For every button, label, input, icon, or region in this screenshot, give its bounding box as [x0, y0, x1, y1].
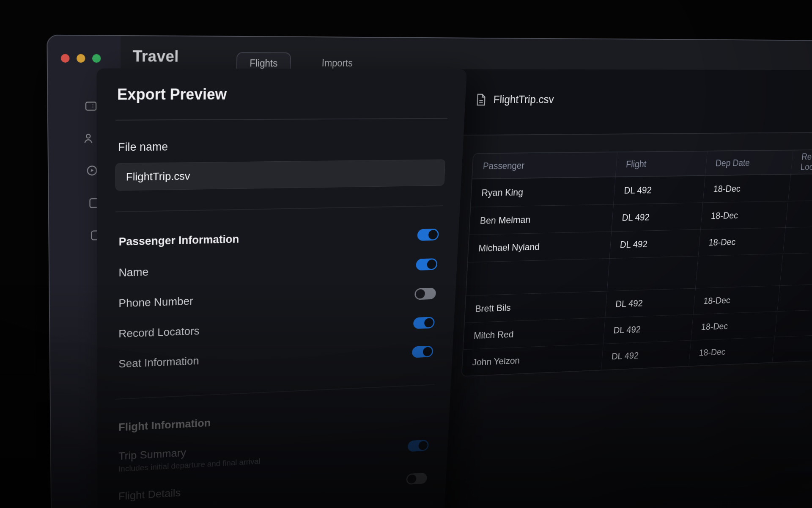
flight-options: Flight Information Trip Summary Includes… [115, 398, 434, 508]
tab-imports[interactable]: Imports [321, 58, 353, 69]
cell-dep-date: 18-Dec [703, 175, 791, 203]
modal-title: Export Preview [117, 86, 449, 104]
cell-dep-date: 18-Dec [701, 202, 788, 229]
seat-information-toggle[interactable] [412, 346, 433, 358]
option-label: Seat Information [118, 355, 199, 370]
cell-record-locator [780, 252, 812, 285]
page-title: Travel [133, 47, 179, 66]
passenger-information-toggle[interactable] [417, 229, 439, 241]
cell-dep-date: 18-Dec [691, 312, 777, 340]
cell-record-locator [777, 284, 812, 312]
passenger-options: Passenger Information Name Phone Number … [115, 220, 442, 379]
travelers-icon[interactable] [83, 132, 96, 145]
cell-flight [607, 256, 699, 291]
option-label: Phone Number [118, 295, 193, 310]
column-header-record-locator: Record Locator [791, 150, 812, 175]
window-controls [61, 54, 101, 63]
file-preview-body: Passenger Flight Dep Date Record Locator… [432, 133, 812, 508]
cell-flight: DL 492 [610, 230, 701, 259]
file-icon [475, 93, 487, 107]
trip-summary-toggle[interactable] [408, 440, 429, 452]
option-label: Flight Information [118, 417, 211, 433]
cell-record-locator [772, 335, 812, 362]
phone-number-toggle[interactable] [414, 288, 436, 300]
cell-flight: DL 492 [604, 315, 694, 344]
file-name-label: File name [118, 138, 447, 154]
column-header-passenger: Passenger [472, 152, 617, 179]
name-toggle[interactable] [416, 258, 438, 271]
flight-details-toggle[interactable] [406, 472, 427, 485]
cell-record-locator [786, 200, 812, 227]
cell-flight: DL 492 [614, 176, 705, 204]
cell-flight: DL 492 [601, 340, 691, 370]
close-button[interactable] [61, 54, 70, 63]
cell-passenger [466, 259, 609, 295]
tilted-scene: Travel Flights Imports FlightTrip.csv Pa… [0, 0, 812, 508]
option-label: Passenger Information [119, 233, 239, 248]
record-locators-toggle[interactable] [413, 317, 435, 329]
cell-dep-date: 18-Dec [689, 337, 775, 366]
preview-file-name: FlightTrip.csv [493, 93, 554, 106]
cell-record-locator [788, 174, 812, 201]
file-name-input[interactable] [115, 159, 445, 190]
column-header-flight: Flight [616, 152, 708, 177]
cell-flight: DL 492 [605, 289, 696, 318]
cell-passenger: Ben Melman [469, 204, 614, 235]
cell-dep-date: 18-Dec [698, 228, 785, 256]
csv-preview-table: Passenger Flight Dep Date Record Locator… [461, 149, 812, 377]
divider [115, 384, 434, 400]
app-window: Travel Flights Imports FlightTrip.csv Pa… [47, 35, 812, 508]
file-preview-panel: FlightTrip.csv Passenger Flight Dep Date… [432, 69, 812, 508]
minimize-button[interactable] [77, 54, 85, 63]
cell-record-locator [775, 309, 812, 337]
divider [115, 118, 447, 121]
divider [115, 205, 443, 212]
zoom-button[interactable] [92, 54, 101, 63]
option-label: Name [118, 266, 148, 279]
cell-passenger: Michael Nyland [468, 232, 612, 262]
cell-dep-date [696, 254, 783, 288]
option-label: Flight Details [118, 487, 181, 502]
option-label: Record Locators [118, 325, 200, 340]
cell-passenger: John Yelzon [462, 344, 603, 376]
cell-passenger: Ryan King [471, 177, 615, 207]
cell-passenger: Brett Bils [465, 291, 607, 323]
cell-flight: DL 492 [612, 203, 703, 231]
cell-record-locator [783, 226, 812, 254]
export-preview-modal: Export Preview File name Passenger Infor… [96, 68, 467, 508]
file-preview-header: FlightTrip.csv [457, 69, 812, 135]
column-header-dep-date: Dep Date [705, 150, 793, 176]
boarding-pass-icon[interactable] [85, 100, 98, 113]
cell-dep-date: 18-Dec [694, 286, 780, 314]
